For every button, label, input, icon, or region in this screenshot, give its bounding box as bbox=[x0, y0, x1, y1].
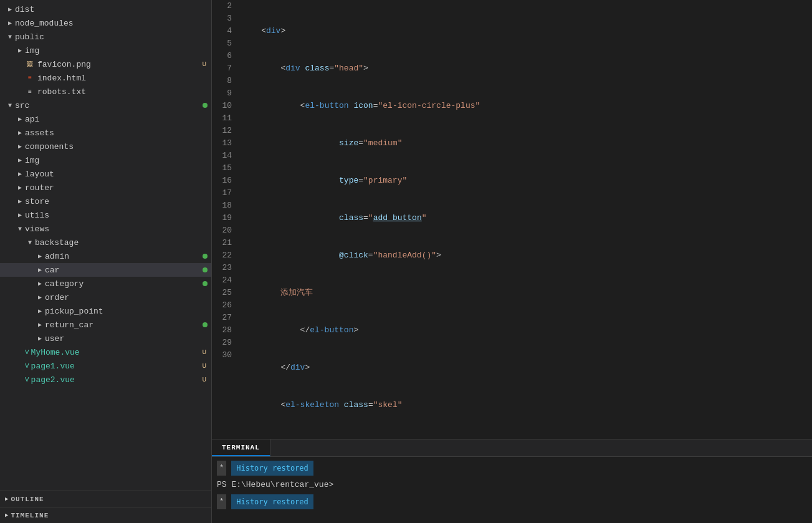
sidebar-item-components[interactable]: ▶ components bbox=[0, 140, 211, 153]
status-badge bbox=[203, 281, 208, 286]
sidebar-item-views[interactable]: ▼ views bbox=[0, 222, 211, 236]
status-badge bbox=[203, 267, 208, 272]
sidebar-item-node-modules[interactable]: ▶ node_modules bbox=[0, 16, 211, 30]
timeline-panel[interactable]: ▶ TIMELINE bbox=[0, 507, 211, 523]
sidebar-item-category[interactable]: ▶ category bbox=[0, 277, 211, 290]
arrow-icon: ▶ bbox=[15, 198, 25, 205]
terminal-line-1: * History restored bbox=[217, 461, 807, 476]
sidebar-item-robots[interactable]: ≡ robots.txt bbox=[0, 85, 211, 98]
sidebar-item-label: page2.vue bbox=[31, 375, 203, 385]
terminal-tab-bar: TERMINAL bbox=[212, 439, 812, 457]
history-restored-1: History restored bbox=[231, 461, 313, 476]
sidebar-item-label: backstage bbox=[35, 238, 211, 247]
sidebar-item-label: user bbox=[45, 334, 211, 343]
sidebar-item-user[interactable]: ▶ user bbox=[0, 332, 211, 345]
arrow-icon: ▶ bbox=[35, 294, 45, 301]
arrow-icon: ▶ bbox=[35, 266, 45, 274]
arrow-icon: ▶ bbox=[5, 512, 8, 519]
sidebar-item-router[interactable]: ▶ router bbox=[0, 181, 211, 194]
sidebar-item-page1[interactable]: V page1.vue U bbox=[0, 359, 211, 373]
sidebar-item-label: dist bbox=[15, 5, 211, 14]
txt-icon: ≡ bbox=[25, 87, 35, 97]
arrow-icon: ▶ bbox=[15, 156, 25, 164]
image-icon: 🖼 bbox=[25, 59, 35, 69]
sidebar-item-label: order bbox=[45, 293, 211, 302]
arrow-icon: ▶ bbox=[15, 115, 25, 123]
main-container: ▶ dist ▶ node_modules ▼ public ▶ img bbox=[0, 0, 812, 523]
outline-title: OUTLINE bbox=[11, 496, 44, 503]
sidebar-item-label: page1.vue bbox=[31, 362, 203, 371]
arrow-icon: ▼ bbox=[5, 102, 15, 109]
sidebar-item-label: public bbox=[15, 32, 211, 42]
arrow-icon: ▶ bbox=[15, 143, 25, 150]
sidebar-item-pickup-point[interactable]: ▶ pickup_point bbox=[0, 304, 211, 318]
arrow-icon: ▶ bbox=[35, 335, 45, 342]
sidebar-item-label: admin bbox=[45, 252, 203, 261]
sidebar-item-label: return_car bbox=[45, 320, 203, 330]
html-icon: ≡ bbox=[25, 73, 35, 83]
editor-content[interactable]: 2 3 4 5 6 7 8 9 10 11 12 13 14 15 16 17 bbox=[212, 0, 812, 439]
sidebar-item-label: pickup_point bbox=[45, 307, 211, 316]
arrow-icon: ▼ bbox=[15, 226, 25, 233]
status-badge bbox=[203, 103, 208, 108]
vue-icon: V bbox=[25, 376, 29, 383]
arrow-icon: ▶ bbox=[15, 170, 25, 178]
sidebar-item-img-src[interactable]: ▶ img bbox=[0, 153, 211, 167]
sidebar-item-myhome[interactable]: V MyHome.vue U bbox=[0, 345, 211, 359]
sidebar-item-index-html[interactable]: ≡ index.html bbox=[0, 71, 211, 85]
sidebar-item-label: robots.txt bbox=[37, 87, 211, 97]
terminal-line-2: * History restored bbox=[217, 494, 807, 509]
sidebar-item-admin[interactable]: ▶ admin bbox=[0, 249, 211, 263]
sidebar: ▶ dist ▶ node_modules ▼ public ▶ img bbox=[0, 0, 212, 523]
arrow-icon: ▶ bbox=[15, 184, 25, 191]
sidebar-item-img-public[interactable]: ▶ img bbox=[0, 44, 211, 57]
arrow-icon: ▶ bbox=[15, 129, 25, 137]
arrow-icon: ▶ bbox=[5, 6, 15, 13]
terminal-prompt-line: PS E:\Hebeu\rentcar_vue> bbox=[217, 478, 807, 492]
sidebar-item-backstage[interactable]: ▼ backstage bbox=[0, 236, 211, 249]
arrow-icon: ▼ bbox=[25, 239, 35, 246]
modified-badge: U bbox=[202, 348, 206, 356]
terminal-panel: TERMINAL * History restored PS E:\Hebeu\… bbox=[212, 439, 812, 523]
sidebar-item-utils[interactable]: ▶ utils bbox=[0, 208, 211, 222]
modified-badge: U bbox=[202, 376, 206, 383]
sidebar-item-label: src bbox=[15, 101, 203, 110]
sidebar-item-store[interactable]: ▶ store bbox=[0, 194, 211, 208]
asterisk-badge-2: * bbox=[217, 494, 226, 509]
vue-icon: V bbox=[25, 348, 29, 356]
sidebar-item-order[interactable]: ▶ order bbox=[0, 290, 211, 304]
sidebar-item-label: index.html bbox=[37, 74, 211, 83]
sidebar-item-api[interactable]: ▶ api bbox=[0, 112, 211, 126]
modified-badge: U bbox=[202, 60, 206, 68]
terminal-body[interactable]: * History restored PS E:\Hebeu\rentcar_v… bbox=[212, 457, 812, 523]
arrow-icon: ▶ bbox=[35, 280, 45, 287]
arrow-icon: ▶ bbox=[5, 496, 8, 502]
arrow-icon: ▶ bbox=[15, 47, 25, 54]
vue-icon: V bbox=[25, 362, 29, 370]
sidebar-item-car[interactable]: ▶ car bbox=[0, 263, 211, 277]
sidebar-item-dist[interactable]: ▶ dist bbox=[0, 2, 211, 16]
sidebar-item-page2[interactable]: V page2.vue U bbox=[0, 373, 211, 386]
sidebar-item-favicon[interactable]: 🖼 favicon.png U bbox=[0, 57, 211, 71]
sidebar-item-label: category bbox=[45, 279, 203, 289]
sidebar-item-assets[interactable]: ▶ assets bbox=[0, 126, 211, 140]
sidebar-item-label: utils bbox=[25, 211, 211, 220]
outline-panel[interactable]: ▶ OUTLINE bbox=[0, 491, 211, 507]
terminal-tab-label: TERMINAL bbox=[222, 444, 260, 451]
sidebar-item-label: api bbox=[25, 115, 211, 124]
sidebar-item-layout[interactable]: ▶ layout bbox=[0, 167, 211, 181]
code-area[interactable]: <div> <div class="head"> <el-button icon… bbox=[239, 0, 812, 439]
terminal-tab[interactable]: TERMINAL bbox=[212, 439, 270, 456]
code-editor: 2 3 4 5 6 7 8 9 10 11 12 13 14 15 16 17 bbox=[212, 0, 812, 439]
terminal-prompt: PS E:\Hebeu\rentcar_vue> bbox=[217, 478, 333, 492]
sidebar-item-return-car[interactable]: ▶ return_car bbox=[0, 318, 211, 332]
asterisk-badge-1: * bbox=[217, 461, 226, 476]
sidebar-item-public[interactable]: ▼ public bbox=[0, 30, 211, 44]
sidebar-item-src[interactable]: ▼ src bbox=[0, 98, 211, 112]
modified-badge: U bbox=[202, 362, 206, 370]
timeline-title: TIMELINE bbox=[11, 512, 49, 519]
sidebar-item-label: store bbox=[25, 197, 211, 206]
sidebar-item-label: favicon.png bbox=[37, 60, 202, 69]
sidebar-item-label: node_modules bbox=[15, 19, 211, 28]
sidebar-item-label: router bbox=[25, 183, 211, 193]
